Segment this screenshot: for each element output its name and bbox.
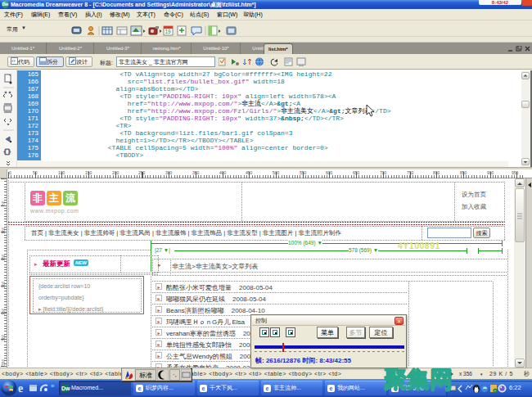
svg-text:19: 19: [165, 29, 172, 34]
svg-text:{}: {}: [3, 147, 11, 155]
svg-text:e: e: [18, 382, 23, 395]
svg-text:‹›: ‹›: [11, 58, 16, 64]
